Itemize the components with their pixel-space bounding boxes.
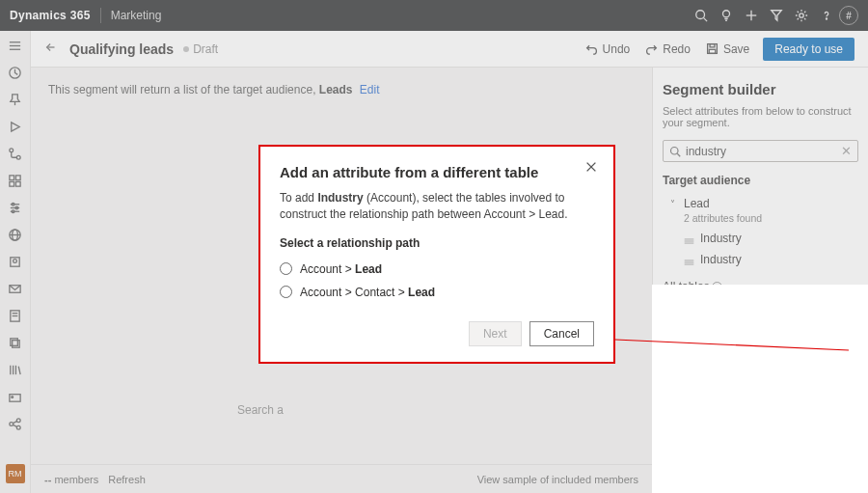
lead-attr-industry-2[interactable]: Industry — [663, 249, 858, 270]
account-label: Account — [684, 303, 725, 316]
clear-search-icon[interactable]: ✕ — [841, 144, 852, 158]
sample-link[interactable]: View sample of included members — [477, 474, 638, 485]
mail-icon[interactable] — [7, 280, 24, 297]
dialog-title: Add an attribute from a different table — [280, 164, 594, 180]
footer: -- members Refresh View sample of includ… — [31, 464, 652, 493]
svg-rect-53 — [709, 49, 716, 53]
gear-icon[interactable] — [789, 3, 814, 28]
eventreg-label: Event Registration — [684, 365, 778, 378]
library-icon[interactable] — [7, 361, 24, 378]
asset-icon[interactable] — [7, 388, 24, 405]
page-title: Qualifying leads — [69, 41, 174, 57]
close-button[interactable] — [584, 160, 600, 176]
pane-title: Segment builder — [663, 81, 858, 97]
attribute-search[interactable]: ✕ — [663, 140, 858, 162]
page-header: Qualifying leads Draft Undo Redo Save Re… — [31, 31, 868, 68]
save-label: Save — [723, 42, 749, 56]
cancel-button[interactable]: Cancel — [529, 321, 594, 346]
svg-point-2 — [723, 11, 730, 17]
leaf-label: Industry — [700, 253, 742, 266]
field-icon — [684, 256, 694, 263]
account-attr-industry[interactable]: Industry + — [663, 334, 858, 355]
svg-line-49 — [14, 425, 17, 426]
tree-node-account[interactable]: ˅Account — [663, 299, 858, 320]
plus-icon[interactable] — [739, 3, 764, 28]
svg-line-48 — [14, 421, 17, 423]
next-button[interactable]: Next — [469, 321, 522, 346]
desc-text: This segment will return a list of the t… — [48, 83, 315, 96]
chevron-right-icon: › — [670, 401, 680, 412]
svg-point-32 — [14, 259, 17, 262]
tree-node-lead[interactable]: ˅Lead — [663, 193, 858, 214]
redo-button[interactable]: Redo — [637, 39, 698, 60]
session-count: 1 attributes found — [663, 415, 858, 426]
radio-icon — [280, 262, 292, 275]
tree-node-eventreg[interactable]: ›Event Registration — [663, 361, 858, 382]
segment-builder-pane: Segment builder Select attributes from b… — [652, 68, 868, 493]
save-button[interactable]: Save — [698, 39, 757, 60]
add-attribute-button[interactable]: + — [839, 337, 854, 352]
contacts-icon[interactable] — [7, 253, 24, 270]
clock-icon[interactable] — [7, 64, 24, 81]
leaf-label: Industry — [700, 232, 742, 245]
pin-icon[interactable] — [7, 91, 24, 108]
svg-rect-52 — [710, 44, 715, 47]
field-icon — [684, 234, 694, 242]
svg-point-47 — [16, 425, 20, 429]
svg-point-46 — [16, 418, 20, 422]
ready-button[interactable]: Ready to use — [763, 38, 854, 61]
chevron-right-icon: › — [670, 367, 680, 377]
brand: Dynamics 365 — [10, 9, 91, 22]
lightbulb-icon[interactable] — [714, 3, 739, 28]
refresh-link[interactable]: Refresh — [108, 474, 146, 485]
search-icon — [669, 146, 681, 157]
globe-icon[interactable] — [7, 226, 24, 243]
form-icon[interactable] — [7, 307, 24, 324]
undo-button[interactable]: Undo — [578, 39, 638, 60]
svg-line-1 — [704, 18, 708, 22]
grid-icon[interactable] — [7, 172, 24, 189]
app-bar: Dynamics 365 Marketing # — [0, 0, 868, 31]
dialog-body: To add Industry (Account), select the ta… — [280, 190, 594, 223]
user-avatar[interactable]: # — [839, 6, 858, 25]
session-label: Session — [684, 399, 725, 413]
svg-point-16 — [10, 148, 14, 151]
leaf-label: Industry — [700, 338, 742, 351]
copy-icon[interactable] — [7, 334, 24, 351]
relationship-path-dialog: Add an attribute from a different table … — [258, 145, 615, 364]
journey-icon[interactable] — [7, 145, 24, 162]
chevron-down-icon: ˅ — [670, 199, 680, 209]
svg-marker-7 — [772, 11, 782, 21]
target-audience-label: Target audience — [663, 174, 858, 187]
path-option-2[interactable]: Account > Contact > Lead — [280, 281, 594, 304]
all-tables-tree: ˅Account 1 attributes found Industry + ›… — [663, 299, 858, 426]
info-icon[interactable]: i — [712, 282, 722, 292]
desc-audience: Leads — [319, 83, 353, 96]
svg-rect-19 — [15, 175, 20, 179]
persona-badge[interactable]: RM — [6, 464, 25, 483]
redo-label: Redo — [663, 42, 691, 56]
lead-count: 2 attributes found — [663, 212, 858, 224]
share-icon[interactable] — [7, 415, 24, 432]
left-nav-rail: RM — [0, 31, 31, 493]
svg-point-45 — [10, 422, 14, 425]
search-input[interactable] — [686, 145, 841, 158]
back-button[interactable] — [44, 41, 62, 57]
filter-icon[interactable] — [764, 3, 789, 28]
svg-point-54 — [671, 147, 679, 154]
help-icon[interactable] — [814, 3, 839, 28]
field-icon — [684, 341, 694, 348]
tree-node-session[interactable]: ›Session — [663, 396, 858, 417]
search-icon[interactable] — [689, 3, 714, 28]
play-icon[interactable] — [7, 118, 24, 135]
divider — [100, 8, 101, 23]
lead-attr-industry-1[interactable]: Industry — [663, 228, 858, 249]
menu-icon[interactable] — [7, 37, 24, 54]
path-option-1[interactable]: Account > Lead — [280, 258, 594, 281]
search-hint: Search a — [237, 403, 284, 417]
svg-point-44 — [12, 396, 14, 397]
settings-icon[interactable] — [7, 199, 24, 216]
svg-point-9 — [826, 18, 827, 19]
edit-link[interactable]: Edit — [360, 83, 380, 96]
member-count: -- — [44, 474, 51, 485]
